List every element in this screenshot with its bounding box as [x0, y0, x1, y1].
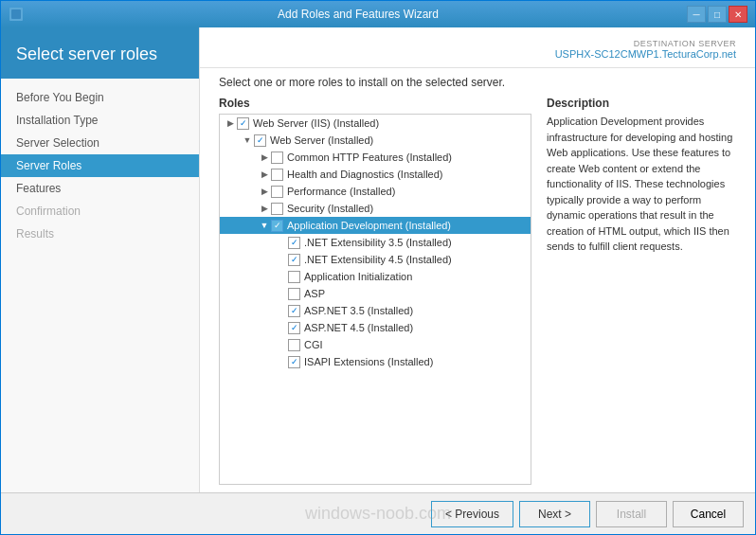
- destination-label: DESTINATION SERVER: [555, 39, 736, 48]
- tree-item-security[interactable]: ▶ Security (Installed): [220, 200, 531, 217]
- sidebar-item-results: Results: [1, 223, 199, 245]
- description-text: Application Development provides infrast…: [547, 114, 736, 255]
- expand-icon-aspnet45: [275, 321, 288, 334]
- main-window: Add Roles and Features Wizard ─ □ ✕ Sele…: [0, 0, 756, 535]
- title-bar: Add Roles and Features Wizard ─ □ ✕: [1, 1, 755, 27]
- svg-rect-1: [11, 9, 21, 19]
- checkbox-net45[interactable]: ✓: [288, 254, 300, 266]
- tree-label-aspnet45: ASP.NET 4.5 (Installed): [304, 322, 413, 333]
- tree-label-webserver: Web Server (Installed): [270, 134, 373, 146]
- checkbox-isapi[interactable]: ✓: [288, 356, 300, 368]
- minimize-button[interactable]: ─: [687, 6, 706, 23]
- roles-panel: Roles ▶ ✓ Web Server (IIS) (Installed) ▼…: [219, 93, 531, 485]
- expand-icon-health-diag[interactable]: ▶: [258, 168, 271, 181]
- checkbox-health-diag[interactable]: [271, 169, 283, 181]
- sidebar-item-features[interactable]: Features: [1, 177, 199, 200]
- expand-icon-app-dev[interactable]: ▼: [258, 219, 271, 232]
- checkbox-webserver[interactable]: ✓: [254, 134, 266, 147]
- expand-icon-net35: [275, 236, 288, 249]
- sidebar-header: Select server roles: [1, 27, 199, 79]
- expand-icon-cgi: [275, 338, 288, 351]
- next-button[interactable]: Next >: [519, 501, 590, 527]
- expand-icon-webserver[interactable]: ▼: [241, 134, 254, 147]
- app-icon: [9, 7, 24, 22]
- checkbox-common-http[interactable]: [271, 152, 283, 164]
- close-button[interactable]: ✕: [729, 6, 747, 23]
- tree-label-net45: .NET Extensibility 4.5 (Installed): [304, 254, 452, 265]
- sidebar: Select server roles Before You Begin Ins…: [1, 27, 200, 492]
- description-header: Description: [547, 93, 736, 114]
- expand-icon-performance[interactable]: ▶: [258, 185, 271, 198]
- checkbox-performance[interactable]: [271, 186, 283, 198]
- tree-label-aspnet35: ASP.NET 3.5 (Installed): [304, 305, 413, 316]
- checkbox-net35[interactable]: ✓: [288, 237, 300, 249]
- checkbox-security[interactable]: [271, 203, 283, 215]
- main-content: DESTINATION SERVER USPHX-SC12CMWP1.Tectu…: [200, 27, 755, 492]
- tree-label-app-init: Application Initialization: [304, 271, 412, 282]
- sidebar-title: Select server roles: [16, 45, 184, 65]
- sidebar-item-installation-type[interactable]: Installation Type: [1, 109, 199, 132]
- expand-icon-asp: [275, 287, 288, 300]
- tree-item-net45[interactable]: ✓ .NET Extensibility 4.5 (Installed): [220, 251, 531, 268]
- tree-label-asp: ASP: [304, 288, 325, 299]
- checkbox-aspnet45[interactable]: ✓: [288, 322, 300, 334]
- tree-item-common-http[interactable]: ▶ Common HTTP Features (Installed): [220, 149, 531, 166]
- expand-icon-isapi: [275, 355, 288, 368]
- roles-tree[interactable]: ▶ ✓ Web Server (IIS) (Installed) ▼ ✓ Web…: [219, 114, 531, 485]
- tree-item-app-init[interactable]: Application Initialization: [220, 268, 531, 285]
- checkbox-iis[interactable]: ✓: [237, 117, 249, 130]
- tree-label-security: Security (Installed): [287, 203, 373, 214]
- expand-icon-app-init: [275, 270, 288, 283]
- expand-icon-iis[interactable]: ▶: [224, 116, 237, 130]
- main-header: DESTINATION SERVER USPHX-SC12CMWP1.Tectu…: [200, 27, 755, 68]
- footer: windows-noob.com < Previous Next > Insta…: [1, 492, 755, 534]
- tree-label-performance: Performance (Installed): [287, 186, 395, 197]
- tree-label-iis: Web Server (IIS) (Installed): [253, 117, 379, 129]
- install-button[interactable]: Install: [596, 501, 667, 527]
- tree-label-app-dev: Application Development (Installed): [287, 220, 451, 231]
- sidebar-item-server-roles[interactable]: Server Roles: [1, 154, 199, 177]
- tree-label-common-http: Common HTTP Features (Installed): [287, 152, 452, 163]
- checkbox-cgi[interactable]: [288, 339, 300, 351]
- sidebar-item-server-selection[interactable]: Server Selection: [1, 132, 199, 154]
- tree-item-aspnet45[interactable]: ✓ ASP.NET 4.5 (Installed): [220, 319, 531, 336]
- tree-item-webserver[interactable]: ▼ ✓ Web Server (Installed): [220, 132, 531, 149]
- instruction-text: Select one or more roles to install on t…: [200, 68, 755, 93]
- window-controls: ─ □ ✕: [687, 6, 747, 23]
- watermark: windows-noob.com: [305, 504, 451, 524]
- tree-item-asp[interactable]: ASP: [220, 285, 531, 302]
- tree-item-app-dev[interactable]: ▼ ✓ Application Development (Installed): [220, 217, 531, 234]
- tree-item-webserver-iis[interactable]: ▶ ✓ Web Server (IIS) (Installed): [220, 115, 531, 132]
- checkbox-aspnet35[interactable]: ✓: [288, 305, 300, 317]
- sidebar-item-confirmation: Confirmation: [1, 200, 199, 223]
- tree-item-cgi[interactable]: CGI: [220, 336, 531, 353]
- expand-icon-common-http[interactable]: ▶: [258, 151, 271, 164]
- previous-button[interactable]: < Previous: [431, 501, 513, 527]
- destination-server-info: DESTINATION SERVER USPHX-SC12CMWP1.Tectu…: [555, 39, 736, 60]
- tree-label-net35: .NET Extensibility 3.5 (Installed): [304, 237, 452, 248]
- tree-item-health-diag[interactable]: ▶ Health and Diagnostics (Installed): [220, 166, 531, 183]
- cancel-button[interactable]: Cancel: [673, 501, 744, 527]
- content-area: Select server roles Before You Begin Ins…: [1, 27, 755, 492]
- expand-icon-security[interactable]: ▶: [258, 202, 271, 215]
- window-title: Add Roles and Features Wizard: [29, 8, 687, 21]
- tree-item-aspnet35[interactable]: ✓ ASP.NET 3.5 (Installed): [220, 302, 531, 319]
- tree-label-isapi: ISAPI Extensions (Installed): [304, 356, 433, 367]
- destination-name: USPHX-SC12CMWP1.TecturaCorp.net: [555, 48, 736, 60]
- expand-icon-aspnet35: [275, 304, 288, 317]
- tree-label-cgi: CGI: [304, 339, 323, 350]
- tree-item-isapi[interactable]: ✓ ISAPI Extensions (Installed): [220, 353, 531, 370]
- sidebar-nav: Before You Begin Installation Type Serve…: [1, 79, 199, 253]
- checkbox-app-init[interactable]: [288, 271, 300, 283]
- tree-item-performance[interactable]: ▶ Performance (Installed): [220, 183, 531, 200]
- checkbox-asp[interactable]: [288, 288, 300, 300]
- tree-item-net35[interactable]: ✓ .NET Extensibility 3.5 (Installed): [220, 234, 531, 251]
- roles-panel-header: Roles: [219, 93, 531, 114]
- roles-area: Roles ▶ ✓ Web Server (IIS) (Installed) ▼…: [200, 93, 755, 492]
- maximize-button[interactable]: □: [708, 6, 727, 23]
- expand-icon-net45: [275, 253, 288, 266]
- description-panel: Description Application Development prov…: [547, 93, 736, 485]
- sidebar-item-before-you-begin[interactable]: Before You Begin: [1, 86, 199, 109]
- tree-label-health-diag: Health and Diagnostics (Installed): [287, 169, 442, 180]
- checkbox-app-dev[interactable]: ✓: [271, 220, 283, 232]
